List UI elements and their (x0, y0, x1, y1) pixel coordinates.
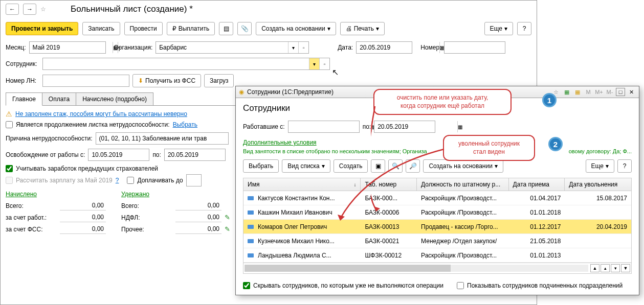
tab-payment[interactable]: Оплата (42, 92, 76, 105)
help-button[interactable]: ? (517, 22, 531, 35)
calc-salary-label: Рассчитать зарплату за Май 2019 (16, 177, 113, 184)
calc-help-link[interactable]: ? (116, 177, 119, 184)
withheld-header[interactable]: Удержано (121, 191, 230, 198)
forward-button[interactable]: → (23, 4, 36, 15)
scroll-up-button[interactable]: ▴ (601, 264, 610, 272)
choose-link[interactable]: Выбрать (173, 121, 197, 128)
col-name[interactable]: Имя↓ (243, 178, 361, 191)
dropdown-icon[interactable]: ▾ (288, 42, 298, 53)
table-row[interactable]: Кашкин Михаил ИвановичБАЗК-00006Раскройщ… (243, 205, 631, 220)
save-button[interactable]: Записать (82, 22, 120, 35)
load-file-button[interactable]: Загруз (204, 74, 234, 87)
pencil-icon[interactable]: ✎ (225, 225, 230, 233)
tab-accrued[interactable]: Начислено (подробно) (76, 92, 153, 105)
pencil-icon[interactable]: ✎ (225, 214, 230, 221)
date-label: Дата: (338, 44, 353, 51)
copy-button[interactable]: ▣ (371, 159, 385, 173)
table-row[interactable]: Кузнечиков Михаил Нико...БАЗК-00021Менед… (243, 234, 631, 248)
col-tabno[interactable]: Таб. номер (361, 178, 417, 191)
col-fire[interactable]: Дата увольнения (565, 178, 631, 191)
titlebar: ← → ☆ Больничный лист (создание) * (1, 1, 537, 18)
post-button[interactable]: Провести (124, 22, 163, 35)
pay-extra-input[interactable] (186, 174, 202, 186)
hide-employees-label: Скрывать сотрудников, по которым уже не … (253, 282, 443, 289)
attach-button[interactable]: 📎 (237, 22, 252, 35)
back-button[interactable]: ← (6, 4, 19, 15)
chevron-down-icon: ▾ (495, 162, 498, 170)
more-button[interactable]: Еще▾ (484, 22, 513, 35)
table-header: Имя↓ Таб. номер Должность по штатному р.… (243, 178, 631, 191)
more-button[interactable]: Еще▾ (586, 159, 614, 173)
conditions-header[interactable]: Дополнительные условия (243, 139, 632, 146)
hide-employees-checkbox[interactable] (243, 282, 250, 289)
pay-button[interactable]: ₽Выплатить (167, 22, 215, 35)
app-icon: ◉ (239, 88, 244, 96)
ln-input[interactable] (42, 75, 129, 87)
clear-find-button[interactable]: 🔎 (406, 159, 420, 173)
scroll-down-button[interactable]: ▾ (611, 264, 620, 272)
table-row[interactable]: Кактусов Константин Кон...БАЗК-000...Рас… (243, 191, 631, 205)
org-input[interactable]: ▾ ▫ (156, 41, 309, 54)
reason-input[interactable] (96, 132, 229, 145)
badge-1: 1 (542, 93, 557, 107)
dropdown-icon[interactable]: ▾ (309, 58, 319, 69)
view-button[interactable]: Вид списка▾ (282, 159, 330, 173)
chevron-down-icon: ▾ (322, 162, 325, 170)
m-minus-button[interactable]: M- (605, 88, 614, 96)
show-sub-checkbox[interactable] (457, 282, 464, 289)
date-input[interactable]: ▦ (356, 41, 412, 54)
employees-dialog: ◉ Сотрудники (1С:Предприятие) ☆ ▦ ▦ M M+… (235, 86, 639, 295)
m-button[interactable]: M (584, 88, 593, 96)
worked-from-input[interactable]: ▦ (288, 121, 360, 133)
chevron-down-icon: ▾ (327, 25, 330, 32)
get-fss-button[interactable]: ⬇Получить из ФСС (132, 74, 201, 87)
print-button[interactable]: 🖨Печать▾ (340, 22, 385, 35)
table-row[interactable]: Комаров Олег ПетровичБАЗК-00013Продавец … (243, 220, 631, 234)
dialog-title: Сотрудники (1С:Предприятие) (247, 88, 334, 96)
help-button[interactable]: ? (617, 159, 632, 173)
table-icon[interactable]: ▦ (562, 88, 571, 96)
create-button[interactable]: Создать (334, 159, 368, 173)
tab-main[interactable]: Главное (6, 92, 42, 106)
col-position[interactable]: Должность по штатному р... (417, 178, 509, 191)
arrow-down-icon: ⬇ (138, 77, 143, 84)
select-button[interactable]: Выбрать (243, 159, 279, 173)
prev-insurers-checkbox[interactable] (6, 165, 13, 172)
continuation-checkbox[interactable] (6, 121, 13, 128)
close-button[interactable]: ✕ (627, 88, 636, 96)
star-icon[interactable]: ☆ (40, 6, 46, 13)
open-icon[interactable]: ▫ (298, 42, 308, 53)
month-input[interactable]: ▦ ÷ (29, 41, 106, 54)
open-icon[interactable]: ▫ (319, 58, 329, 69)
employee-input[interactable]: ▾ ▫ (42, 58, 330, 70)
scroll-bottom-button[interactable]: ▼ (621, 264, 630, 272)
calendar-icon[interactable]: ▦ (457, 121, 462, 132)
col-hire[interactable]: Дата приема (509, 178, 565, 191)
maximize-button[interactable]: □ (616, 88, 625, 96)
callout-1: очистить поле или указать дату, когда со… (373, 89, 512, 115)
release-to-input[interactable]: ▦ (164, 149, 226, 161)
number-input[interactable] (444, 41, 505, 54)
worked-to-label: по: (363, 123, 371, 130)
sort-icon: ↓ (353, 182, 356, 187)
worked-to-input[interactable]: ▦ (374, 121, 435, 133)
employee-icon (248, 239, 254, 243)
form-icon-button[interactable]: ▤ (219, 22, 233, 35)
release-from-input[interactable]: ▦ (88, 149, 149, 161)
horizontal-scrollbar[interactable] (245, 265, 588, 272)
dialog-footer: Скрывать сотрудников, по которым уже не … (236, 279, 639, 292)
m-plus-button[interactable]: M+ (594, 88, 604, 96)
scroll-strip: ▲ ▴ ▾ ▼ (243, 263, 631, 273)
printer-icon: 🖨 (346, 25, 352, 32)
pay-extra-checkbox[interactable] (127, 177, 134, 184)
warning-link[interactable]: Не заполнен стаж, пособия могут быть рас… (15, 110, 187, 118)
post-close-button[interactable]: Провести и закрыть (6, 22, 78, 35)
create-based-button[interactable]: Создать на основании▾ (423, 159, 503, 173)
find-button[interactable]: 🔍 (388, 159, 403, 173)
calc-salary-checkbox (6, 177, 13, 184)
table-row[interactable]: Ландышева Людмила С...ШФЗК-00012Раскройщ… (243, 248, 631, 263)
create-based-button[interactable]: Создать на основании▾ (256, 22, 336, 35)
scroll-top-button[interactable]: ▲ (590, 264, 599, 272)
accrued-header[interactable]: Начислено (6, 191, 106, 198)
calendar-icon[interactable]: ▦ (573, 88, 582, 96)
